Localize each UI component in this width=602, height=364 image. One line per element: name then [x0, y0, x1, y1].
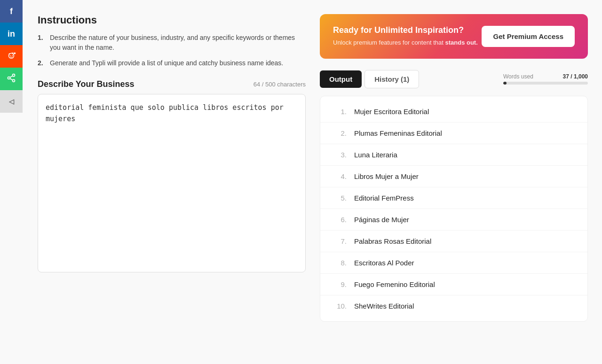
svg-point-1: [10, 55, 11, 56]
words-progress-track: [503, 82, 588, 85]
reddit-icon: [6, 50, 16, 63]
svg-point-3: [14, 52, 16, 54]
reddit-share-button[interactable]: [0, 45, 23, 68]
output-item: 7. Palabras Rosas Editorial: [320, 231, 587, 252]
instructions-title: Instructions: [38, 14, 306, 26]
svg-point-5: [13, 74, 15, 76]
output-num: 1.: [333, 108, 347, 116]
facebook-icon: f: [10, 7, 13, 16]
linkedin-icon: in: [8, 29, 15, 39]
output-item: 6. Páginas de Mujer: [320, 209, 587, 231]
describe-textarea[interactable]: editorial feminista que solo publica lib…: [38, 94, 306, 272]
output-num: 9.: [333, 280, 347, 288]
collapse-icon: ◁: [9, 98, 14, 105]
words-used-container: Words used 37 / 1,000: [503, 73, 588, 85]
instruction-text-1: Describe the nature of your business, in…: [50, 33, 306, 53]
premium-subtext: Unlock premium features for content that…: [333, 38, 478, 47]
output-item: 10. SheWrites Editorial: [320, 295, 587, 317]
svg-line-8: [10, 78, 13, 80]
share-icon: [7, 73, 16, 85]
svg-point-7: [13, 79, 15, 82]
instruction-text-2: Generate and Typli will provide a list o…: [50, 58, 283, 68]
sidebar-collapse-button[interactable]: ◁: [0, 90, 23, 113]
describe-title: Describe Your Business: [38, 79, 134, 89]
svg-point-6: [8, 77, 10, 79]
instruction-num-2: 2.: [38, 58, 46, 68]
premium-banner: Ready for Unlimited Inspiration? Unlock …: [320, 14, 588, 59]
output-item: 9. Fuego Femenino Editorial: [320, 274, 587, 295]
output-num: 10.: [333, 302, 347, 310]
output-item: 3. Luna Literaria: [320, 144, 587, 166]
words-used-label: Words used 37 / 1,000: [503, 73, 588, 80]
tabs-row: Output History (1) Words used 37 / 1,000: [320, 70, 588, 88]
output-num: 2.: [333, 129, 347, 137]
linkedin-share-button[interactable]: in: [0, 23, 23, 45]
output-text: Fuego Femenino Editorial: [354, 280, 435, 288]
main-container: Instructions 1. Describe the nature of y…: [24, 0, 602, 331]
instructions-list: 1. Describe the nature of your business,…: [38, 33, 306, 68]
output-num: 7.: [333, 237, 347, 245]
content-grid: Instructions 1. Describe the nature of y…: [38, 14, 588, 322]
output-num: 5.: [333, 194, 347, 202]
output-text: Editorial FemPress: [354, 194, 414, 202]
svg-point-2: [12, 55, 13, 56]
left-panel: Instructions 1. Describe the nature of y…: [38, 14, 306, 322]
output-text: SheWrites Editorial: [354, 302, 414, 310]
svg-line-9: [10, 76, 13, 77]
svg-point-0: [9, 53, 14, 58]
output-text: Mujer Escritora Editorial: [354, 108, 429, 116]
output-item: 5. Editorial FemPress: [320, 187, 587, 209]
tab-history[interactable]: History (1): [364, 70, 419, 88]
output-num: 8.: [333, 259, 347, 267]
premium-text: Ready for Unlimited Inspiration? Unlock …: [333, 25, 478, 47]
output-num: 4.: [333, 172, 347, 180]
output-text: Plumas Femeninas Editorial: [354, 129, 442, 137]
output-text: Escritoras Al Poder: [354, 259, 414, 267]
output-item: 8. Escritoras Al Poder: [320, 252, 587, 274]
char-count: 64 / 500 characters: [253, 81, 306, 88]
instruction-item-1: 1. Describe the nature of your business,…: [38, 33, 306, 53]
output-item: 2. Plumas Femeninas Editorial: [320, 123, 587, 144]
premium-access-button[interactable]: Get Premium Access: [482, 26, 575, 47]
instruction-item-2: 2. Generate and Typli will provide a lis…: [38, 58, 306, 68]
premium-heading: Ready for Unlimited Inspiration?: [333, 25, 478, 35]
svg-line-4: [11, 53, 14, 53]
output-text: Libros Mujer a Mujer: [354, 172, 419, 180]
instruction-num-1: 1.: [38, 33, 46, 53]
facebook-share-button[interactable]: f: [0, 0, 23, 23]
describe-header: Describe Your Business 64 / 500 characte…: [38, 79, 306, 89]
output-item: 1. Mujer Escritora Editorial: [320, 101, 587, 123]
share-button[interactable]: [0, 68, 23, 90]
tab-output[interactable]: Output: [320, 70, 362, 88]
right-panel: Ready for Unlimited Inspiration? Unlock …: [320, 14, 588, 322]
output-num: 3.: [333, 151, 347, 159]
output-num: 6.: [333, 216, 347, 224]
output-item: 4. Libros Mujer a Mujer: [320, 166, 587, 187]
output-text: Palabras Rosas Editorial: [354, 237, 431, 245]
output-text: Luna Literaria: [354, 151, 397, 159]
words-progress-fill: [503, 82, 507, 85]
social-sidebar: f in: [0, 0, 23, 113]
output-text: Páginas de Mujer: [354, 216, 409, 224]
output-panel: 1. Mujer Escritora Editorial 2. Plumas F…: [320, 96, 588, 322]
